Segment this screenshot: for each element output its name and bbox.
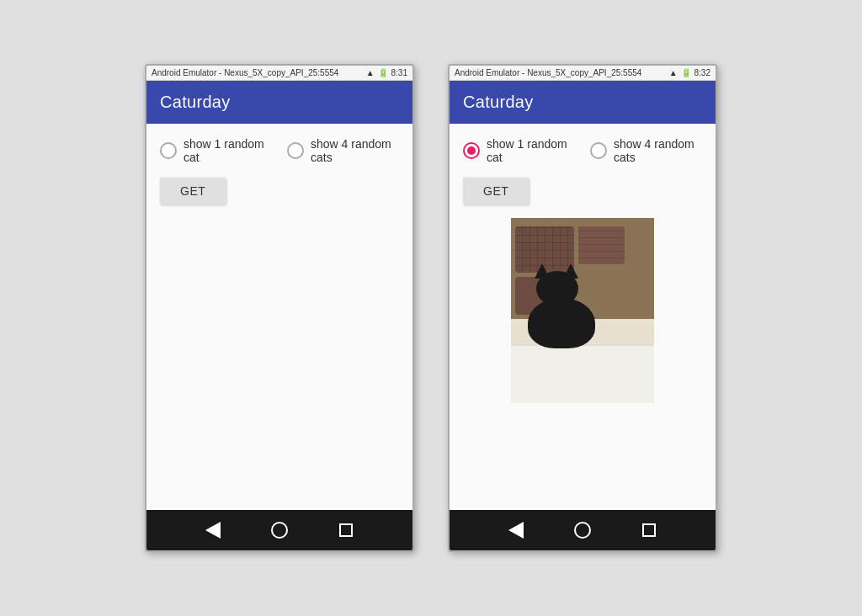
cat-image-area xyxy=(463,218,702,403)
back-icon-1 xyxy=(205,522,221,539)
radio-circle-1a[interactable] xyxy=(160,142,177,159)
app-title-2: Caturday xyxy=(463,93,534,112)
radio-row-2: show 1 random cat show 4 random cats xyxy=(463,137,702,164)
radio-option-2a[interactable]: show 1 random cat xyxy=(463,137,570,164)
radio-row-1: show 1 random cat show 4 random cats xyxy=(160,137,399,164)
home-icon-1 xyxy=(271,522,288,539)
emulator-title-2: Android Emulator - Nexus_5X_copy_API_25:… xyxy=(455,68,641,77)
status-area-1: ▲ 🔋 8:31 xyxy=(366,68,407,77)
radio-circle-1b[interactable] xyxy=(287,142,304,159)
radio-circle-2a[interactable] xyxy=(463,142,480,159)
emulator-title-1: Android Emulator - Nexus_5X_copy_API_25:… xyxy=(152,68,338,77)
time-2: 8:32 xyxy=(694,68,710,77)
app-bar-2: Caturday xyxy=(450,81,716,124)
back-icon-2 xyxy=(508,522,524,539)
radio-option-2b[interactable]: show 4 random cats xyxy=(590,137,702,164)
nav-bar-1 xyxy=(146,510,412,550)
content-1: show 1 random cat show 4 random cats GET xyxy=(146,124,412,510)
radio-label-1a: show 1 random cat xyxy=(184,137,267,164)
battery-icon-2: 🔋 xyxy=(681,68,691,77)
radio-label-1b: show 4 random cats xyxy=(311,137,399,164)
appliance xyxy=(511,344,654,403)
title-bar-2: Android Emulator - Nexus_5X_copy_API_25:… xyxy=(450,66,716,81)
phone-1: Android Emulator - Nexus_5X_copy_API_25:… xyxy=(145,64,414,552)
nav-recent-btn-2[interactable] xyxy=(639,520,659,540)
radio-label-2b: show 4 random cats xyxy=(614,137,702,164)
app-bar-1: Caturday xyxy=(146,81,412,124)
get-button-2[interactable]: GET xyxy=(463,178,529,204)
nav-bar-2 xyxy=(450,510,716,550)
phone-2: Android Emulator - Nexus_5X_copy_API_25:… xyxy=(448,64,717,552)
battery-icon-1: 🔋 xyxy=(378,68,388,77)
content-2: show 1 random cat show 4 random cats GET xyxy=(450,124,716,510)
get-button-1[interactable]: GET xyxy=(160,178,226,204)
recent-icon-1 xyxy=(339,523,353,537)
phones-container: Android Emulator - Nexus_5X_copy_API_25:… xyxy=(145,64,717,552)
cat-image xyxy=(511,218,654,403)
nav-back-btn-2[interactable] xyxy=(506,520,526,540)
signal-icon-1: ▲ xyxy=(366,68,375,77)
title-bar-1: Android Emulator - Nexus_5X_copy_API_25:… xyxy=(146,66,412,81)
basket-right xyxy=(578,226,625,264)
app-title-1: Caturday xyxy=(160,93,231,112)
status-area-2: ▲ 🔋 8:32 xyxy=(669,68,710,77)
radio-circle-2b[interactable] xyxy=(590,142,607,159)
nav-home-btn-1[interactable] xyxy=(269,520,290,540)
radio-option-1a[interactable]: show 1 random cat xyxy=(160,137,267,164)
home-icon-2 xyxy=(574,522,591,539)
radio-option-1b[interactable]: show 4 random cats xyxy=(287,137,399,164)
radio-label-2a: show 1 random cat xyxy=(487,137,570,164)
time-1: 8:31 xyxy=(391,68,407,77)
signal-icon-2: ▲ xyxy=(669,68,678,77)
cat-body xyxy=(528,298,595,348)
nav-recent-btn-1[interactable] xyxy=(336,520,356,540)
recent-icon-2 xyxy=(642,523,656,537)
nav-home-btn-2[interactable] xyxy=(572,520,593,540)
nav-back-btn-1[interactable] xyxy=(203,520,223,540)
